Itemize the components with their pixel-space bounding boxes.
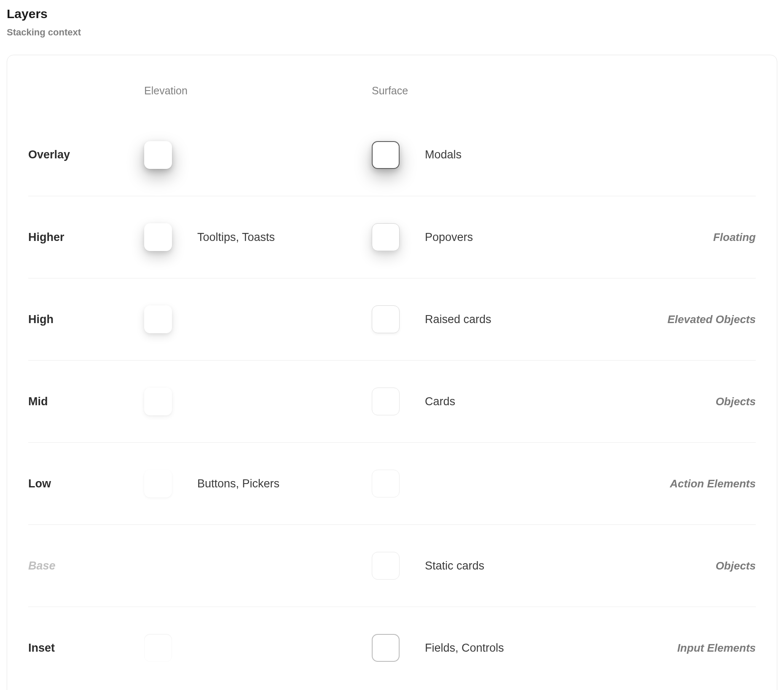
table-row: BaseStatic cardsObjects: [28, 524, 756, 607]
category-label: Input Elements: [599, 642, 756, 655]
table-row: HighRaised cardsElevated Objects: [28, 278, 756, 360]
surface-swatch: [372, 141, 400, 169]
layers-table: Elevation Surface OverlayModalsHigherToo…: [28, 85, 756, 689]
level-label: Base: [28, 559, 144, 572]
level-label: Low: [28, 477, 144, 490]
surface-cell: Fields, Controls: [372, 634, 599, 662]
surface-swatch: [372, 388, 400, 415]
surface-cell: Static cards: [372, 552, 599, 580]
table-row: OverlayModals: [28, 114, 756, 196]
elevation-cell: [144, 141, 372, 169]
elevation-example: Buttons, Pickers: [197, 477, 279, 490]
surface-example: Raised cards: [425, 313, 491, 326]
elevation-example: Tooltips, Toasts: [197, 231, 275, 244]
table-row: InsetFields, ControlsInput Elements: [28, 607, 756, 689]
category-label: Elevated Objects: [599, 313, 756, 326]
page-subtitle: Stacking context: [7, 27, 777, 38]
level-label: Mid: [28, 395, 144, 408]
elevation-swatch: [144, 388, 172, 415]
page-title: Layers: [7, 7, 777, 21]
table-row: LowButtons, PickersAction Elements: [28, 442, 756, 524]
elevation-swatch: [144, 470, 172, 497]
surface-swatch: [372, 305, 400, 333]
category-label: Objects: [599, 559, 756, 572]
category-label: Floating: [599, 231, 756, 244]
layers-card: Elevation Surface OverlayModalsHigherToo…: [7, 55, 777, 690]
surface-cell: Modals: [372, 141, 599, 169]
elevation-cell: [144, 634, 372, 662]
surface-swatch: [372, 470, 400, 497]
surface-example: Fields, Controls: [425, 642, 504, 655]
surface-cell: Raised cards: [372, 305, 599, 333]
table-row: MidCardsObjects: [28, 360, 756, 442]
surface-cell: Popovers: [372, 223, 599, 251]
category-label: Objects: [599, 395, 756, 408]
table-row: HigherTooltips, ToastsPopoversFloating: [28, 196, 756, 278]
surface-swatch: [372, 634, 400, 662]
elevation-swatch: [144, 223, 172, 251]
elevation-cell: Buttons, Pickers: [144, 470, 372, 497]
table-header: Elevation Surface: [28, 85, 756, 114]
surface-example: Popovers: [425, 231, 473, 244]
category-label: Action Elements: [599, 477, 756, 490]
elevation-swatch: [144, 141, 172, 169]
surface-swatch: [372, 223, 400, 251]
elevation-cell: [144, 305, 372, 333]
elevation-swatch: [144, 305, 172, 333]
level-label: High: [28, 313, 144, 326]
column-header-surface: Surface: [372, 85, 599, 97]
elevation-swatch: [144, 634, 172, 662]
surface-swatch: [372, 552, 400, 580]
level-label: Overlay: [28, 148, 144, 161]
surface-example: Modals: [425, 148, 462, 161]
elevation-cell: [144, 552, 372, 580]
surface-cell: Cards: [372, 388, 599, 415]
level-label: Inset: [28, 642, 144, 655]
surface-cell: [372, 470, 599, 497]
surface-example: Cards: [425, 395, 455, 408]
elevation-cell: Tooltips, Toasts: [144, 223, 372, 251]
surface-example: Static cards: [425, 559, 484, 572]
column-header-elevation: Elevation: [144, 85, 372, 97]
elevation-cell: [144, 388, 372, 415]
level-label: Higher: [28, 231, 144, 244]
